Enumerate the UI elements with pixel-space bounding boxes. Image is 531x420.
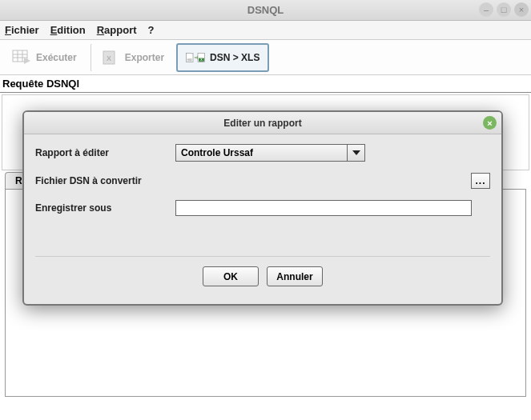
menu-file[interactable]: Fichier [5,24,39,36]
divider [0,92,531,93]
window-titlebar: DSNQL – □ × [0,0,531,21]
window-title: DSNQL [247,4,284,16]
cancel-button[interactable]: Annuler [267,266,323,286]
toolbar: Exécuter X Exporter DSNX DSN > XLS [0,40,531,75]
dialog-button-row: OK Annuler [35,256,490,296]
menu-report[interactable]: Rapport [97,24,137,36]
browse-button[interactable]: ... [471,173,490,189]
grid-play-icon [12,49,31,66]
svg-marker-16 [352,150,360,155]
query-section-label: Requête DSNQl [0,75,531,92]
dialog-title: Editer un rapport [223,118,301,129]
execute-label: Exécuter [36,52,77,63]
dsn-xls-label: DSN > XLS [210,52,259,63]
dialog-titlebar: Editer un rapport × [24,112,501,134]
minimize-button[interactable]: – [479,2,493,17]
save-as-input[interactable] [175,200,472,216]
chevron-down-icon[interactable] [348,144,365,162]
menubar: Fichier Edition Rapport ? [0,21,531,40]
dsn-xls-icon: DSNX [186,49,205,66]
menu-edit[interactable]: Edition [50,24,86,36]
menu-help[interactable]: ? [148,24,155,36]
close-button[interactable]: × [514,2,529,17]
row-report-to-edit: Rapport à éditer Controle Urssaf [35,144,490,162]
row-dsn-file: Fichier DSN à convertir ... [35,173,490,189]
edit-report-dialog: Editer un rapport × Rapport à éditer Con… [22,110,503,306]
window-controls: – □ × [479,2,529,17]
execute-button[interactable]: Exécuter [3,43,86,72]
excel-export-icon: X [101,49,120,66]
dialog-close-icon[interactable]: × [483,116,497,130]
dsn-file-label: Fichier DSN à convertir [35,175,175,186]
report-to-edit-label: Rapport à éditer [35,147,175,158]
maximize-button[interactable]: □ [497,2,511,17]
row-save-as: Enregistrer sous [35,200,490,216]
export-label: Exporter [125,52,164,63]
export-button[interactable]: X Exporter [91,43,173,72]
svg-text:X: X [107,54,111,62]
report-select[interactable]: Controle Urssaf [175,144,365,162]
svg-text:DSN: DSN [187,58,192,61]
ok-button[interactable]: OK [203,266,259,286]
report-select-value: Controle Urssaf [175,144,348,162]
save-as-label: Enregistrer sous [35,202,175,214]
dialog-body: Rapport à éditer Controle Urssaf Fichier… [24,134,501,304]
dsn-xls-button[interactable]: DSNX DSN > XLS [176,43,269,72]
